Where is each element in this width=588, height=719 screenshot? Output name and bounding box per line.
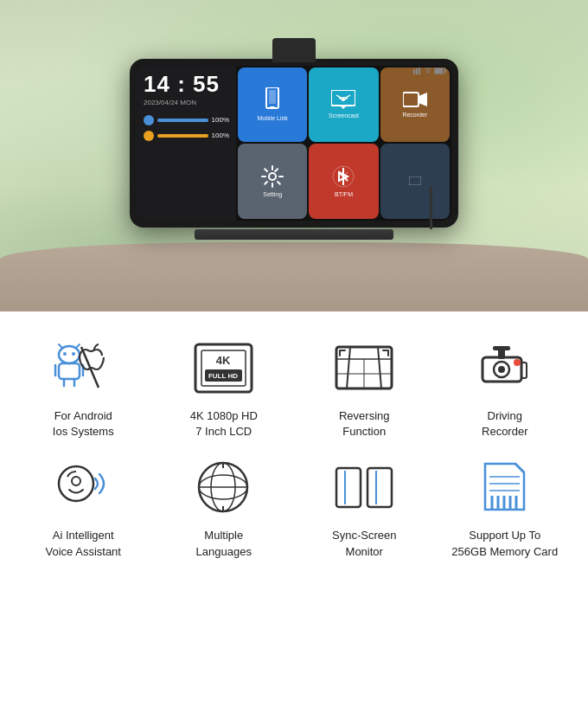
svg-line-20: [76, 344, 80, 348]
feature-label-reversing: ReversingFunction: [339, 408, 390, 440]
app-mobile-link[interactable]: Mobile Link: [238, 67, 307, 143]
screen-time: 14 : 55: [144, 73, 229, 95]
feature-voice-assistant: Ai IntelligentVoice Assistant: [17, 457, 150, 559]
mobile-icon: [263, 87, 282, 112]
volume-bar-1: 100%: [144, 115, 229, 125]
4k-hd-icon-wrap: 4K FULL HD: [189, 337, 259, 398]
app-recorder[interactable]: Recorder: [380, 67, 450, 143]
voice-assistant-icon: [52, 459, 114, 516]
feature-languages: MultipleLanguages: [158, 457, 291, 559]
driving-recorder-icon: [474, 342, 536, 394]
features-grid: For AndroidIos Systems 4K FULL HD 4K 108…: [17, 337, 571, 560]
svg-rect-1: [416, 68, 418, 74]
sync-screen-icon: [333, 459, 395, 516]
app-empty: [380, 144, 450, 219]
svg-line-34: [378, 347, 381, 388]
app-label-recorder: Recorder: [402, 112, 427, 118]
recorder-icon: [403, 91, 427, 108]
feature-label-4k: 4K 1080p HD7 Inch LCD: [190, 408, 258, 440]
memory-card-icon: [476, 459, 533, 516]
feature-label-driving: DrivingRecorder: [482, 408, 527, 440]
svg-point-18: [72, 352, 75, 356]
svg-rect-15: [409, 177, 421, 185]
vol-label-1: 100%: [212, 116, 229, 124]
svg-rect-4: [435, 68, 443, 74]
feature-label-sync: Sync-ScreenMonitor: [332, 528, 396, 559]
svg-point-13: [269, 173, 276, 180]
volume-bar-2: 100%: [144, 131, 229, 141]
cable: [430, 186, 432, 229]
android-ios-icon: [48, 340, 118, 396]
app-btfm[interactable]: BT/FM: [309, 144, 378, 219]
status-icon: [413, 67, 422, 74]
feature-sync-screen: Sync-ScreenMonitor: [298, 457, 431, 559]
reversing-icon: [333, 342, 395, 394]
feature-driving-recorder: DrivingRecorder: [439, 337, 572, 440]
dashboard-surface: [0, 242, 588, 311]
memory-card-icon-wrap: [470, 457, 540, 517]
svg-rect-27: [195, 344, 252, 392]
app-label-screencast: Screencast: [329, 112, 359, 119]
device-container: 14 : 55 2023/04/24 MON 100%: [130, 38, 458, 240]
4k-hd-icon: 4K FULL HD: [191, 340, 256, 396]
app-grid: Mobile Link Screencast Recorder: [236, 66, 451, 221]
languages-icon: [195, 459, 252, 516]
vol-icon-1: [144, 115, 154, 125]
setting-icon: [261, 165, 284, 188]
vol-fill-2: [157, 134, 208, 138]
feature-4k-hd: 4K FULL HD 4K 1080p HD7 Inch LCD: [158, 337, 291, 440]
svg-marker-12: [419, 93, 427, 106]
svg-rect-53: [336, 468, 361, 507]
svg-rect-2: [419, 67, 420, 74]
svg-rect-42: [493, 346, 510, 350]
app-label-mobile: Mobile Link: [257, 115, 287, 121]
app-setting[interactable]: Setting: [238, 144, 307, 219]
feature-label-languages: MultipleLanguages: [196, 528, 252, 559]
voice-assistant-icon-wrap: [48, 457, 118, 517]
hero-section: 14 : 55 2023/04/24 MON 100%: [0, 0, 588, 311]
app-label-btfm: BT/FM: [335, 191, 353, 197]
small-screen-icon: [409, 177, 421, 185]
svg-point-17: [63, 352, 67, 356]
app-screencast[interactable]: Screencast: [309, 67, 378, 143]
svg-rect-11: [403, 93, 419, 106]
wifi-icon: [424, 67, 432, 74]
feature-label-android-ios: For AndroidIos Systems: [53, 408, 114, 440]
svg-rect-44: [521, 363, 527, 378]
app-label-setting: Setting: [263, 191, 282, 197]
svg-point-10: [342, 98, 345, 101]
svg-text:FULL HD: FULL HD: [208, 372, 238, 380]
feature-label-memory: Support Up To256GB Memory Card: [451, 528, 558, 559]
svg-text:4K: 4K: [216, 354, 231, 367]
svg-point-46: [72, 477, 80, 485]
vol-track-1: [157, 119, 208, 122]
feature-memory-card: Support Up To256GB Memory Card: [439, 457, 572, 559]
vol-icon-2: [144, 131, 154, 141]
svg-rect-5: [444, 69, 446, 73]
battery-icon: [434, 67, 446, 74]
car-screen: 14 : 55 2023/04/24 MON 100%: [130, 59, 458, 228]
svg-rect-7: [269, 90, 276, 104]
svg-line-19: [59, 344, 62, 348]
feature-reversing: ReversingFunction: [298, 337, 431, 440]
svg-rect-21: [59, 363, 80, 379]
svg-point-16: [59, 346, 80, 363]
languages-icon-wrap: [189, 457, 259, 517]
svg-rect-0: [413, 69, 415, 74]
svg-line-33: [347, 347, 350, 388]
vol-fill-1: [157, 119, 208, 122]
svg-point-40: [498, 366, 505, 373]
svg-point-43: [514, 359, 521, 366]
feature-android-ios: For AndroidIos Systems: [17, 337, 150, 440]
screen-date: 2023/04/24 MON: [144, 99, 229, 106]
sync-screen-icon-wrap: [329, 457, 399, 517]
screencast-icon: [331, 90, 355, 109]
vol-track-2: [157, 134, 208, 138]
svg-rect-54: [368, 468, 392, 507]
btfm-icon: [332, 165, 355, 188]
mount-plate: [195, 229, 393, 240]
android-ios-icon-wrap: [48, 337, 118, 398]
vol-label-2: 100%: [212, 132, 229, 139]
driving-recorder-icon-wrap: [470, 337, 540, 398]
feature-label-voice: Ai IntelligentVoice Assistant: [46, 528, 121, 559]
